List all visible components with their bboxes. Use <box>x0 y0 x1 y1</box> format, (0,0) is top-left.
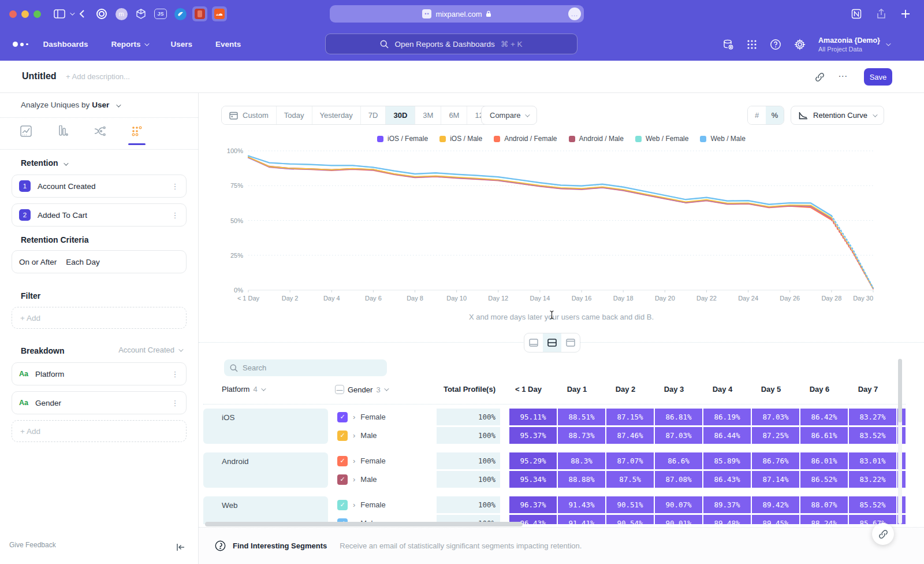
retention-value-cell[interactable]: 95.37% <box>509 427 557 444</box>
retention-value-cell[interactable]: 95.11% <box>509 409 557 425</box>
mixpanel-logo[interactable] <box>13 42 28 47</box>
share-link-fab[interactable] <box>872 523 894 545</box>
help-icon[interactable] <box>770 39 781 50</box>
save-button[interactable]: Save <box>864 68 892 86</box>
tab-insights[interactable] <box>14 121 38 141</box>
series-checkbox[interactable]: ✓ <box>337 500 348 510</box>
retention-criteria-card[interactable]: On or After Each Day <box>12 250 187 273</box>
address-bar[interactable]: •• mixpanel.com ... <box>330 5 584 23</box>
retention-value-cell[interactable]: 90.07% <box>655 496 702 513</box>
retention-value-cell[interactable]: 88.07% <box>800 496 848 513</box>
retention-value-cell[interactable]: 87.03% <box>655 427 702 444</box>
retention-value-cell[interactable]: 95.29% <box>509 452 557 469</box>
add-description-placeholder[interactable]: + Add description... <box>66 72 130 81</box>
kebab-menu-icon[interactable]: ⋮ <box>171 214 179 217</box>
analyze-uniques-row[interactable]: Analyze Uniques byUser <box>21 101 120 109</box>
gender-column-header[interactable]: — Gender 3 <box>335 385 388 394</box>
retention-value-cell[interactable]: 87.25% <box>752 427 799 444</box>
gender-cell[interactable]: ✓›Male <box>337 427 432 444</box>
breakdown-property-name[interactable]: Platform <box>35 370 171 379</box>
analyze-value[interactable]: User <box>92 101 109 109</box>
retention-value-cell[interactable]: 96.37% <box>509 496 557 513</box>
date-range-7d[interactable]: 7D <box>361 106 386 124</box>
retention-value-cell[interactable]: 91.43% <box>558 496 605 513</box>
criteria-operator[interactable]: On or After <box>19 258 57 266</box>
gender-cell[interactable]: ✓›Female <box>337 496 432 513</box>
account-switcher[interactable]: Amazonia {Demo} All Project Data <box>818 36 889 53</box>
step-event-name[interactable]: Account Created <box>38 182 171 191</box>
retention-value-cell[interactable]: 86.19% <box>703 409 751 425</box>
layout-chart-only-icon[interactable] <box>524 333 543 352</box>
date-range-6m[interactable]: 6M <box>441 106 467 124</box>
add-breakdown-button[interactable]: + Add <box>12 420 187 442</box>
retention-value-cell[interactable]: 87.07% <box>606 452 654 469</box>
retention-value-cell[interactable]: 95.34% <box>509 471 557 488</box>
platform-cell[interactable]: iOS <box>203 409 328 444</box>
retention-value-cell[interactable]: 86.61% <box>800 427 848 444</box>
expand-chevron-icon[interactable]: › <box>353 475 355 484</box>
retention-value-cell[interactable]: 87.15% <box>606 409 654 425</box>
retention-value-cell[interactable]: 88.88% <box>558 471 605 488</box>
retention-value-cell[interactable]: 90.54% <box>606 515 654 524</box>
tab-funnels[interactable] <box>51 121 75 141</box>
vertical-scrollbar[interactable] <box>898 359 902 422</box>
day-column-header[interactable]: Day 1 <box>553 385 601 394</box>
breakdown-gender[interactable]: Aa Gender ⋮ <box>12 391 187 414</box>
layout-table-only-icon[interactable] <box>561 333 580 352</box>
date-range-custom[interactable]: Custom <box>222 106 277 124</box>
tab-flows[interactable] <box>88 121 112 141</box>
chevron-down-icon[interactable] <box>70 10 74 15</box>
date-range-30d[interactable]: 30D <box>386 106 415 124</box>
apps-grid-icon[interactable] <box>747 39 757 50</box>
nav-item-users[interactable]: Users <box>171 40 193 49</box>
layout-split-icon[interactable] <box>543 333 561 352</box>
back-icon[interactable] <box>79 9 85 18</box>
segments-title[interactable]: Find Interesting Segments <box>233 541 327 550</box>
traffic-light-close[interactable] <box>9 10 17 18</box>
expand-chevron-icon[interactable]: › <box>353 457 355 465</box>
retention-value-cell[interactable]: 86.01% <box>800 452 848 469</box>
new-tab-icon[interactable] <box>901 9 910 18</box>
retention-value-cell[interactable]: 83.22% <box>849 471 896 488</box>
kebab-menu-icon[interactable]: ⋮ <box>171 402 179 405</box>
legend-item[interactable]: Web / Male <box>700 135 745 143</box>
retention-line-chart[interactable]: 100%75%50%25%0%< 1 DayDay 2Day 4Day 6Day… <box>222 147 880 307</box>
expand-chevron-icon[interactable]: › <box>353 431 355 440</box>
series-checkbox[interactable]: ✓ <box>337 431 348 441</box>
retention-value-cell[interactable]: 89.45% <box>752 515 799 524</box>
sidebar-toggle-icon[interactable] <box>54 9 65 18</box>
nav-item-events[interactable]: Events <box>215 40 241 49</box>
select-all-checkbox[interactable]: — <box>335 385 344 394</box>
retention-value-cell[interactable]: 86.81% <box>655 409 702 425</box>
platform-cell[interactable]: Web <box>203 496 328 524</box>
retention-value-cell[interactable]: 86.6% <box>655 452 702 469</box>
retention-value-cell[interactable]: 85.52% <box>849 496 896 513</box>
day-column-header[interactable]: Day 2 <box>602 385 649 394</box>
global-search[interactable]: Open Reports & Dashboards ⌘ + K <box>325 34 578 54</box>
gender-cell[interactable]: ✓›Female <box>337 452 432 469</box>
extension-active-tab-icon[interactable] <box>192 6 207 21</box>
kebab-menu-icon[interactable]: ⋮ <box>171 185 179 188</box>
nav-item-reports[interactable]: Reports <box>111 40 148 49</box>
platform-column-header[interactable]: Platform 4 <box>222 385 264 394</box>
series-checkbox[interactable]: ✓ <box>337 474 348 485</box>
extension-js-icon[interactable]: JS <box>153 6 168 21</box>
retention-step-2[interactable]: 2 Added To Cart ⋮ <box>12 203 187 227</box>
platform-cell[interactable]: Android <box>203 452 328 488</box>
breakdown-platform[interactable]: Aa Platform ⋮ <box>12 362 187 385</box>
retention-value-cell[interactable]: 87.46% <box>606 427 654 444</box>
extension-rings-icon[interactable] <box>94 6 109 21</box>
day-column-header[interactable]: Day 6 <box>796 385 843 394</box>
retention-value-cell[interactable]: 88.3% <box>558 452 605 469</box>
retention-value-cell[interactable]: 83.01% <box>849 452 896 469</box>
breakdown-scope-dropdown[interactable]: Account Created <box>118 346 182 354</box>
retention-value-cell[interactable]: 90.51% <box>606 496 654 513</box>
retention-value-cell[interactable]: 85.67% <box>849 515 896 524</box>
retention-value-cell[interactable]: 89.37% <box>703 496 751 513</box>
legend-item[interactable]: iOS / Female <box>377 135 428 143</box>
retention-section-label[interactable]: Retention <box>21 158 67 168</box>
legend-item[interactable]: iOS / Male <box>439 135 482 143</box>
criteria-value[interactable]: Each Day <box>66 258 100 266</box>
retention-value-cell[interactable]: 88.24% <box>800 515 848 524</box>
add-filter-button[interactable]: + Add <box>12 307 187 329</box>
